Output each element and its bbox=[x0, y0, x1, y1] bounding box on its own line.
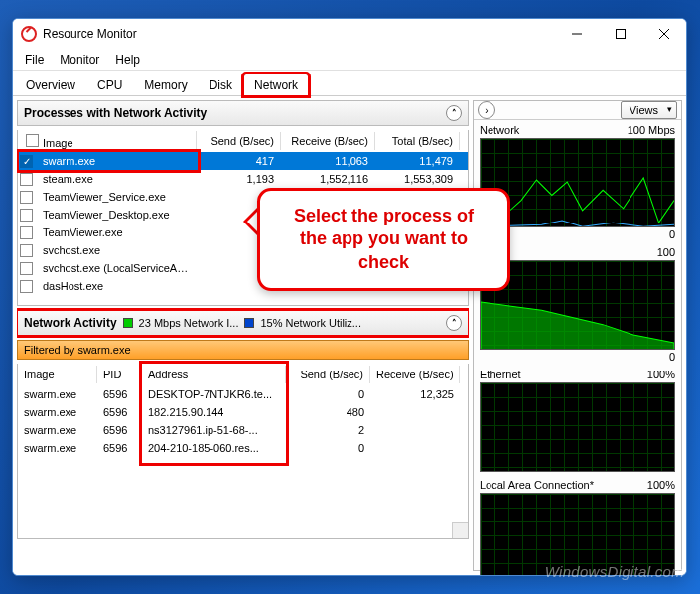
cell-pid: 6596 bbox=[97, 387, 142, 401]
tab-disk[interactable]: Disk bbox=[199, 74, 243, 96]
expand-arrow-icon[interactable]: › bbox=[478, 101, 495, 119]
cell-send: 0 bbox=[286, 441, 370, 455]
row-checkbox[interactable] bbox=[20, 280, 33, 293]
close-button[interactable] bbox=[642, 19, 686, 49]
tab-overview[interactable]: Overview bbox=[15, 74, 86, 96]
cell-pid: 6596 bbox=[97, 405, 142, 419]
maximize-button[interactable] bbox=[599, 19, 642, 49]
cell-recv bbox=[370, 429, 460, 431]
cell-image: swarm.exe bbox=[18, 405, 97, 419]
table-row[interactable]: steam.exe1,1931,552,1161,553,309 bbox=[18, 170, 468, 188]
cell-send: 0 bbox=[286, 387, 370, 401]
checkbox-header[interactable] bbox=[26, 134, 39, 147]
graph-block: Ethernet100% bbox=[474, 365, 681, 475]
row-checkbox[interactable] bbox=[20, 244, 33, 257]
cell-pid: 6596 bbox=[97, 423, 142, 437]
cell-total: 1,553,309 bbox=[374, 172, 459, 186]
cell-image: TeamViewer.exe bbox=[37, 225, 196, 239]
cell-image: steam.exe bbox=[37, 172, 196, 186]
graph-max: 100% bbox=[647, 369, 675, 380]
titlebar: Resource Monitor bbox=[13, 19, 686, 49]
callout-tail bbox=[229, 208, 257, 235]
graph-label: Network bbox=[480, 124, 519, 136]
graph-max: 100% bbox=[647, 479, 675, 491]
cell-address: ns3127961.ip-51-68-... bbox=[142, 423, 286, 437]
table-row[interactable]: swarm.exe6596DESKTOP-7NTJKR6.te...012,32… bbox=[18, 385, 468, 403]
tab-network[interactable]: Network bbox=[243, 74, 309, 96]
filter-bar: Filtered by swarm.exe bbox=[17, 340, 469, 360]
cell-recv bbox=[370, 447, 460, 449]
scroll-corner bbox=[452, 522, 468, 538]
graph-label: Ethernet bbox=[480, 369, 521, 380]
cell-total: 11,479 bbox=[374, 154, 459, 168]
legend-util-icon bbox=[244, 318, 254, 328]
graph-canvas bbox=[480, 382, 675, 472]
svg-rect-0 bbox=[617, 30, 626, 39]
legend-io-text: 23 Mbps Network I... bbox=[139, 317, 239, 329]
cell-pid: 6596 bbox=[97, 441, 142, 455]
cell-send: 1,193 bbox=[196, 172, 280, 186]
cell-recv: 1,552,116 bbox=[280, 172, 374, 186]
menubar: File Monitor Help bbox=[13, 49, 686, 71]
svg-marker-1 bbox=[481, 302, 674, 350]
activity-table[interactable]: swarm.exe6596DESKTOP-7NTJKR6.te...012,32… bbox=[17, 385, 469, 539]
cell-image: swarm.exe bbox=[37, 154, 196, 168]
cell-image: svchost.exe (LocalServiceAn... bbox=[37, 261, 196, 275]
cell-image: TeamViewer_Desktop.exe bbox=[37, 208, 196, 222]
collapse-icon[interactable]: ˄ bbox=[446, 105, 462, 121]
row-checkbox[interactable] bbox=[20, 173, 33, 186]
row-checkbox[interactable] bbox=[20, 262, 33, 275]
graph-min: 0 bbox=[480, 351, 675, 363]
cell-image: swarm.exe bbox=[18, 423, 97, 437]
row-checkbox[interactable]: ✓ bbox=[20, 155, 33, 168]
table-row[interactable]: swarm.exe6596ns3127961.ip-51-68-...2 bbox=[18, 421, 468, 439]
graph-max: 100 Mbps bbox=[628, 124, 675, 136]
annotation-callout: Select the process of the app you want t… bbox=[257, 188, 510, 291]
row-checkbox[interactable] bbox=[20, 191, 33, 204]
cell-image: TeamViewer_Service.exe bbox=[37, 190, 196, 204]
tab-cpu[interactable]: CPU bbox=[86, 74, 133, 96]
network-activity-title: Network Activity bbox=[24, 316, 117, 330]
collapse-icon[interactable]: ˄ bbox=[446, 315, 462, 331]
tab-memory[interactable]: Memory bbox=[133, 74, 198, 96]
graphs-sidebar: › Views Network100 Mbps01000Ethernet100%… bbox=[473, 100, 682, 571]
graph-label: Local Area Connection* bbox=[480, 479, 594, 491]
cell-address: 204-210-185-060.res... bbox=[142, 441, 286, 455]
processes-columns: Image Send (B/sec) Receive (B/sec) Total… bbox=[17, 130, 469, 152]
cell-image: svchost.exe bbox=[37, 243, 196, 257]
table-row[interactable]: swarm.exe6596182.215.90.144480 bbox=[18, 403, 468, 421]
cell-image: swarm.exe bbox=[18, 441, 97, 455]
menu-help[interactable]: Help bbox=[107, 51, 148, 69]
row-checkbox[interactable] bbox=[20, 226, 33, 239]
network-activity-header[interactable]: Network Activity 23 Mbps Network I... 15… bbox=[17, 310, 469, 336]
window-title: Resource Monitor bbox=[43, 27, 555, 41]
app-icon bbox=[21, 26, 37, 42]
cell-send: 2 bbox=[286, 423, 370, 437]
table-row[interactable]: swarm.exe6596204-210-185-060.res...0 bbox=[18, 439, 468, 457]
cell-recv: 11,063 bbox=[280, 154, 374, 168]
row-checkbox[interactable] bbox=[20, 209, 33, 222]
graph-block: Local Area Connection*100% bbox=[474, 475, 681, 575]
table-row[interactable]: ✓swarm.exe41711,06311,479 bbox=[18, 152, 468, 170]
activity-columns: Image PID Address Send (B/sec) Receive (… bbox=[17, 364, 469, 385]
processes-header[interactable]: Processes with Network Activity ˄ bbox=[17, 100, 469, 126]
menu-file[interactable]: File bbox=[17, 51, 52, 69]
processes-title: Processes with Network Activity bbox=[24, 106, 207, 120]
menu-monitor[interactable]: Monitor bbox=[52, 51, 107, 69]
legend-util-text: 15% Network Utiliz... bbox=[260, 317, 360, 329]
graph-canvas bbox=[480, 493, 675, 575]
cell-image: dasHost.exe bbox=[37, 279, 196, 293]
minimize-button[interactable] bbox=[555, 19, 599, 49]
cell-image: swarm.exe bbox=[18, 387, 97, 401]
cell-send: 480 bbox=[286, 405, 370, 419]
legend-io-icon bbox=[123, 318, 133, 328]
cell-send: 417 bbox=[196, 154, 280, 168]
views-button[interactable]: Views bbox=[621, 101, 677, 119]
tabs: Overview CPU Memory Disk Network bbox=[13, 71, 686, 96]
cell-address: DESKTOP-7NTJKR6.te... bbox=[142, 387, 286, 401]
graph-max: 100 bbox=[657, 246, 675, 258]
cell-recv bbox=[370, 411, 460, 413]
cell-recv: 12,325 bbox=[370, 387, 460, 401]
resource-monitor-window: Resource Monitor File Monitor Help Overv… bbox=[12, 18, 687, 576]
cell-address: 182.215.90.144 bbox=[142, 405, 286, 419]
